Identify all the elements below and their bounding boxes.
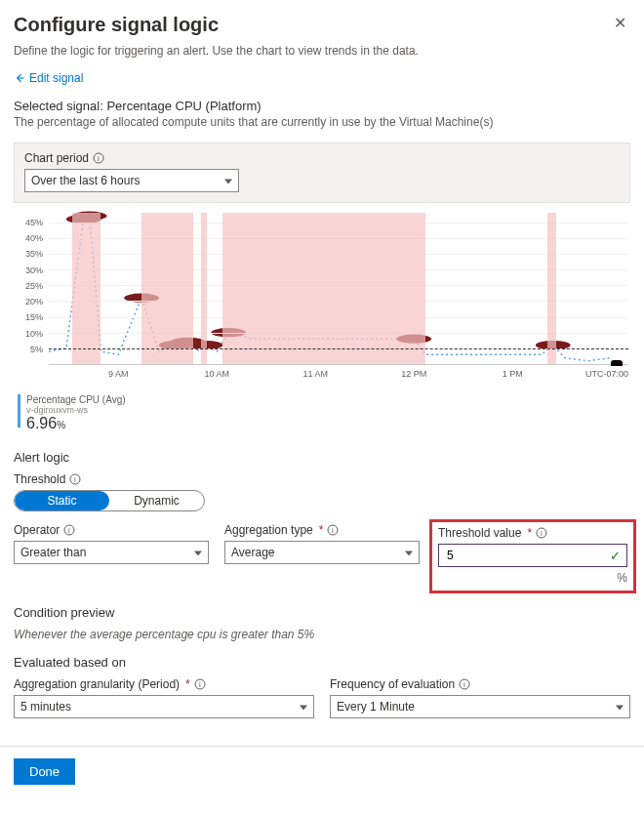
page-subtext: Define the logic for triggering an alert… bbox=[14, 44, 630, 58]
svg-text:i: i bbox=[463, 680, 465, 689]
done-button[interactable]: Done bbox=[14, 758, 75, 785]
operator-select[interactable]: Greater than bbox=[14, 541, 209, 564]
threshold-value-unit: % bbox=[438, 571, 627, 585]
arrow-left-icon bbox=[14, 72, 25, 84]
info-icon[interactable]: i bbox=[536, 527, 547, 539]
edit-signal-label: Edit signal bbox=[29, 71, 83, 85]
chart-legend: Percentage CPU (Avg) v-dgirouxvm-ws 6.96… bbox=[18, 394, 630, 432]
svg-text:i: i bbox=[98, 154, 100, 163]
chart-period-select[interactable]: Over the last 6 hours bbox=[24, 169, 239, 192]
threshold-static-option[interactable]: Static bbox=[15, 491, 109, 510]
svg-text:i: i bbox=[68, 526, 70, 535]
aggregation-type-select[interactable]: Average bbox=[224, 541, 420, 564]
aggregation-granularity-select[interactable]: 5 minutes bbox=[14, 695, 314, 718]
info-icon[interactable]: i bbox=[459, 678, 470, 690]
legend-metric: Percentage CPU (Avg) bbox=[26, 394, 126, 405]
aggregation-granularity-label: Aggregation granularity (Period)* i bbox=[14, 677, 314, 691]
svg-text:i: i bbox=[333, 526, 335, 535]
threshold-dynamic-option[interactable]: Dynamic bbox=[109, 491, 204, 510]
info-icon[interactable]: i bbox=[194, 678, 206, 690]
threshold-value-label: Threshold value* i bbox=[438, 526, 627, 540]
evaluated-based-on-heading: Evaluated based on bbox=[14, 655, 630, 670]
signal-chart: 5%10%15%20%25%30%35%40%45% UTC-07:009 AM… bbox=[14, 213, 630, 388]
svg-text:i: i bbox=[541, 529, 543, 538]
condition-preview-heading: Condition preview bbox=[14, 605, 630, 620]
info-icon[interactable]: i bbox=[93, 152, 104, 164]
info-icon[interactable]: i bbox=[63, 524, 75, 536]
legend-unit: % bbox=[57, 420, 65, 430]
info-icon[interactable]: i bbox=[69, 473, 81, 485]
chart-period-label: Chart period i bbox=[24, 151, 620, 165]
frequency-select[interactable]: Every 1 Minute bbox=[330, 695, 630, 718]
threshold-value-field[interactable] bbox=[445, 548, 603, 563]
svg-text:i: i bbox=[74, 475, 76, 484]
page-title: Configure signal logic bbox=[14, 14, 219, 36]
threshold-toggle[interactable]: Static Dynamic bbox=[14, 490, 205, 511]
threshold-value-input[interactable]: ✓ bbox=[438, 544, 627, 567]
selected-signal-label: Selected signal: Percentage CPU (Platfor… bbox=[14, 99, 630, 113]
check-icon: ✓ bbox=[610, 549, 621, 563]
frequency-label: Frequency of evaluation i bbox=[330, 677, 630, 691]
svg-text:i: i bbox=[199, 680, 201, 689]
close-icon[interactable]: ✕ bbox=[610, 10, 630, 36]
selected-signal-desc: The percentage of allocated compute unit… bbox=[14, 115, 630, 129]
legend-value: 6.96 bbox=[26, 415, 57, 431]
condition-preview-text: Whenever the average percentage cpu is g… bbox=[14, 628, 630, 641]
alert-logic-heading: Alert logic bbox=[14, 450, 630, 465]
threshold-label: Threshold i bbox=[14, 472, 630, 486]
edit-signal-link[interactable]: Edit signal bbox=[14, 71, 83, 85]
legend-resource: v-dgirouxvm-ws bbox=[26, 405, 126, 415]
threshold-value-highlight: Threshold value* i ✓ % bbox=[429, 519, 636, 593]
chart-timezone: UTC-07:00 bbox=[585, 369, 628, 379]
info-icon[interactable]: i bbox=[327, 524, 339, 536]
chart-period-box: Chart period i Over the last 6 hours bbox=[14, 143, 630, 203]
aggregation-type-label: Aggregation type* i bbox=[224, 523, 420, 537]
operator-label: Operator i bbox=[14, 523, 209, 537]
